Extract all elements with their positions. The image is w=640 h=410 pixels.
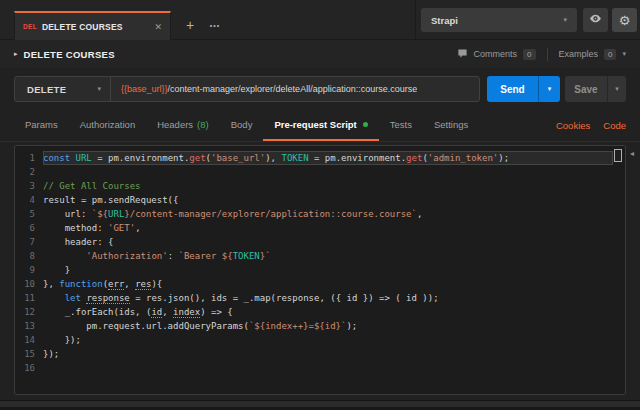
comment-icon[interactable] [457, 45, 468, 63]
line-number: 3 [15, 179, 43, 193]
line-number: 14 [15, 333, 43, 347]
pre-request-script-editor[interactable]: 1const URL = pm.environment.get('base_ur… [14, 145, 626, 395]
script-present-dot-icon [363, 122, 368, 127]
tab-links: Cookies Code [556, 110, 626, 140]
code-link[interactable]: Code [603, 120, 626, 131]
environment-settings-button[interactable]: ⚙ [612, 8, 637, 32]
code-text: result = pm.sendRequest({ [43, 193, 613, 207]
line-number: 2 [15, 165, 43, 179]
line-number: 15 [15, 347, 43, 361]
code-line: 9 } [15, 263, 625, 277]
headers-count: (8) [197, 119, 209, 130]
code-text: method: 'GET', [43, 221, 613, 235]
line-number: 16 [15, 361, 43, 375]
request-tabs: ParamsAuthorizationHeaders(8)BodyPre-req… [0, 110, 640, 142]
method-badge: DEL [23, 23, 37, 30]
examples-button[interactable]: Examples [559, 49, 599, 59]
code-line: 6 method: 'GET', [15, 221, 625, 235]
request-url-bar: DELETE ▾ {{base_url}}/content-manager/ex… [0, 68, 640, 110]
comments-count-badge: 0 [523, 49, 535, 60]
line-number: 9 [15, 263, 43, 277]
chevron-down-icon[interactable]: ▾ [622, 50, 626, 58]
code-text: const URL = pm.environment.get('base_url… [43, 151, 613, 165]
tab-body[interactable]: Body [220, 110, 264, 141]
environment-name: Strapi [431, 15, 458, 26]
line-number: 6 [15, 221, 43, 235]
examples-count-badge: 0 [604, 49, 616, 60]
tab-label: Body [231, 119, 253, 130]
code-line: 8 'Authorization': `Bearer ${TOKEN}` [15, 249, 625, 263]
request-tab[interactable]: DEL DELETE COURSES ✕ [14, 11, 171, 40]
comments-button[interactable]: Comments [474, 49, 518, 59]
tab-label: Authorization [80, 119, 135, 130]
sidebar-collapse-icon[interactable]: ◂ [630, 149, 634, 158]
header-divider [547, 48, 548, 61]
line-number: 1 [15, 151, 43, 165]
code-text: // Get All Courses [43, 179, 613, 193]
tab-label: Tests [390, 119, 412, 130]
line-number: 13 [15, 319, 43, 333]
line-number: 7 [15, 235, 43, 249]
chevron-down-icon: ▾ [97, 85, 101, 93]
tab-pre-request-script[interactable]: Pre-request Script [263, 110, 378, 141]
url-variable: {{base_url}} [121, 84, 168, 94]
code-line: 7 header: { [15, 235, 625, 249]
editor-scrollbar-thumb[interactable] [614, 149, 622, 162]
code-text: let response = res.json(), ids = _.map(r… [43, 291, 613, 305]
cookies-link[interactable]: Cookies [556, 120, 590, 131]
tab-label: Settings [434, 119, 468, 130]
code-text: _.forEach(ids, (id, index) => { [43, 305, 613, 319]
url-path: /content-manager/explorer/deleteAll/appl… [168, 84, 418, 94]
method-value: DELETE [27, 84, 66, 95]
code-text [43, 165, 613, 179]
collapse-arrow-icon[interactable]: ▸ [14, 50, 18, 58]
code-text: header: { [43, 235, 613, 249]
eye-icon [589, 11, 602, 29]
url-box: DELETE ▾ {{base_url}}/content-manager/ex… [14, 76, 480, 102]
code-text [43, 361, 613, 375]
send-options-caret[interactable]: ▾ [539, 85, 560, 93]
request-name: DELETE COURSES [24, 49, 115, 60]
code-text: pm.request.url.addQueryParams(`${index++… [43, 319, 613, 333]
send-button[interactable]: Send ▾ [487, 76, 560, 102]
tab-authorization[interactable]: Authorization [69, 110, 146, 141]
code-line: 1const URL = pm.environment.get('base_ur… [15, 151, 625, 165]
code-text: }); [43, 347, 613, 361]
code-text: url: `${URL}/content-manager/explorer/ap… [43, 207, 613, 221]
tab-params[interactable]: Params [14, 110, 69, 141]
chevron-down-icon: ▾ [563, 16, 567, 24]
code-text: } [43, 263, 613, 277]
code-text: }, function(err, res){ [43, 277, 613, 291]
code-line: 16 [15, 361, 625, 375]
method-selector[interactable]: DELETE ▾ [15, 84, 110, 95]
line-number: 5 [15, 207, 43, 221]
line-number: 10 [15, 277, 43, 291]
code-line: 11 let response = res.json(), ids = _.ma… [15, 291, 625, 305]
topbar-divider [415, 0, 416, 40]
line-number: 4 [15, 193, 43, 207]
code-line: 5 url: `${URL}/content-manager/explorer/… [15, 207, 625, 221]
save-button[interactable]: Save ▾ [565, 76, 626, 102]
code-line: 2 [15, 165, 625, 179]
tab-headers[interactable]: Headers(8) [146, 110, 220, 141]
code-line: 13 pm.request.url.addQueryParams(`${inde… [15, 319, 625, 333]
tab-settings[interactable]: Settings [423, 110, 479, 141]
new-tab-button[interactable]: + [181, 17, 199, 35]
save-options-caret[interactable]: ▾ [608, 85, 626, 93]
more-options-button[interactable]: ••• [203, 17, 227, 35]
environment-selector[interactable]: Strapi ▾ [421, 8, 577, 32]
code-line: 15}); [15, 347, 625, 361]
url-input[interactable]: {{base_url}}/content-manager/explorer/de… [111, 84, 417, 94]
tab-bar: DEL DELETE COURSES ✕ + ••• Strapi ▾ ⚙ [0, 0, 640, 40]
code-line: 3// Get All Courses [15, 179, 625, 193]
tab-label: Params [25, 119, 58, 130]
postman-window: DEL DELETE COURSES ✕ + ••• Strapi ▾ ⚙ ▸ … [0, 0, 640, 410]
line-number: 12 [15, 305, 43, 319]
line-number: 8 [15, 249, 43, 263]
close-icon[interactable]: ✕ [154, 22, 162, 32]
code-line: 14 }); [15, 333, 625, 347]
code-text: }); [43, 333, 613, 347]
line-number: 11 [15, 291, 43, 305]
environment-quick-look-button[interactable] [583, 8, 608, 32]
tab-tests[interactable]: Tests [379, 110, 423, 141]
